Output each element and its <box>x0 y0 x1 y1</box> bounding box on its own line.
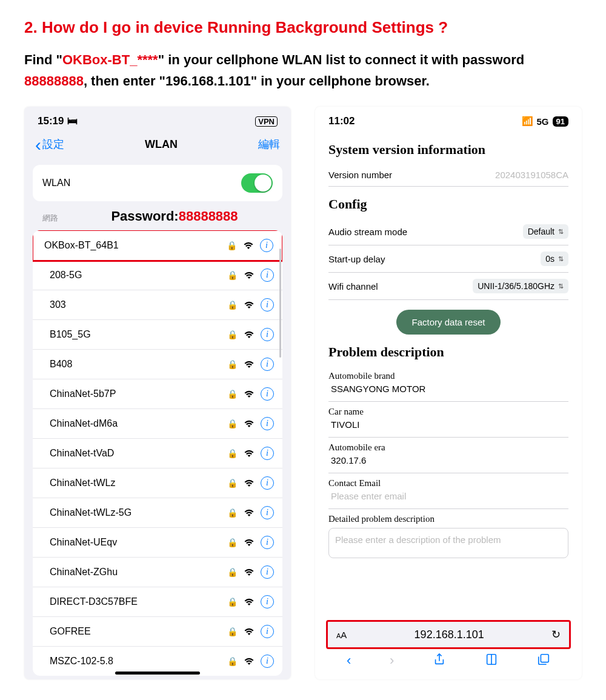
wifi-icon <box>244 449 255 458</box>
lock-icon: 🔒 <box>227 389 238 399</box>
lock-icon: 🔒 <box>227 656 238 666</box>
info-icon[interactable]: i <box>261 268 274 282</box>
info-icon[interactable]: i <box>261 417 274 430</box>
home-indicator[interactable] <box>115 672 200 675</box>
network-type: 5G <box>537 116 549 127</box>
wifi-row[interactable]: B408🔒i <box>33 350 282 379</box>
wifi-row[interactable]: ChinaNet-tWLz🔒i <box>33 468 282 498</box>
wifi-icon <box>244 657 255 665</box>
wifi-list: OKBox-BT_64B1 🔒 i 208-5G🔒i 303🔒i B105_5G… <box>33 230 282 676</box>
lock-icon: 🔒 <box>227 597 238 607</box>
audio-mode-select[interactable]: Default <box>523 224 568 239</box>
info-icon[interactable]: i <box>261 328 274 341</box>
scrollbar[interactable] <box>279 248 281 358</box>
info-icon[interactable]: i <box>261 625 274 638</box>
wifi-row[interactable]: ChinaNet-5b7P🔒i <box>33 379 282 409</box>
car-name-value[interactable]: TIVOLI <box>328 419 568 430</box>
instruction-text: Find "OKBox-BT_****" in your cellphone W… <box>24 49 582 92</box>
wifi-row[interactable]: ChinaNet-tVaD🔒i <box>33 439 282 468</box>
wifi-name: DIRECT-D3C57BFE <box>50 596 227 607</box>
lock-icon: 🔒 <box>227 270 238 280</box>
lock-icon: 🔒 <box>227 330 238 339</box>
wifi-name: B105_5G <box>50 329 227 340</box>
nav-forward-icon[interactable]: › <box>390 653 394 668</box>
svg-rect-0 <box>541 655 548 662</box>
wifi-name: ChinaNet-ZGhu <box>50 567 227 578</box>
info-icon[interactable]: i <box>261 447 274 460</box>
wlan-label: WLAN <box>42 178 70 188</box>
wifi-name: 303 <box>50 299 227 310</box>
info-icon[interactable]: i <box>261 655 274 668</box>
lock-icon: 🔒 <box>227 359 238 369</box>
lock-icon: 🔒 <box>227 627 238 636</box>
url-text[interactable]: 192.168.1.101 <box>347 628 551 641</box>
browser-address-bar[interactable]: A 192.168.1.101 ↻ <box>326 620 571 649</box>
wifi-name: ChinaNet-tWLz-5G <box>50 507 227 518</box>
wifi-name: ChinaNet-tWLz <box>50 478 227 488</box>
wifi-row[interactable]: DIRECT-D3C57BFE🔒i <box>33 587 282 617</box>
lock-icon: 🔒 <box>227 241 237 250</box>
info-icon[interactable]: i <box>261 387 274 401</box>
wlan-switch[interactable] <box>241 173 273 193</box>
version-label: Version number <box>328 170 392 180</box>
wifi-icon <box>243 241 254 250</box>
info-icon[interactable]: i <box>261 565 274 579</box>
vpn-badge: VPN <box>255 116 278 127</box>
info-icon[interactable]: i <box>260 239 273 252</box>
wifi-row[interactable]: ChinaNet-tWLz-5G🔒i <box>33 498 282 528</box>
wifi-name: 208-5G <box>50 270 227 281</box>
text-size-icon[interactable]: A <box>336 630 347 640</box>
wifi-icon <box>244 508 255 517</box>
brand-value[interactable]: SSANGYONG MOTOR <box>328 384 568 394</box>
reload-icon[interactable]: ↻ <box>551 628 561 641</box>
wifi-row[interactable]: B105_5G🔒i <box>33 320 282 350</box>
system-info-heading: System version information <box>328 142 568 158</box>
info-icon[interactable]: i <box>261 476 274 490</box>
info-icon[interactable]: i <box>261 506 274 519</box>
info-icon[interactable]: i <box>261 358 274 371</box>
description-textarea[interactable]: Please enter a description of the proble… <box>328 528 568 558</box>
wifi-name: ChinaNet-tVaD <box>50 448 227 459</box>
version-value: 202403191058CA <box>495 170 568 180</box>
status-time: 15:19 <box>38 115 64 127</box>
wifi-channel-select[interactable]: UNII-1/36/5.180GHz <box>473 279 568 293</box>
wifi-name: MSZC-102-5.8 <box>50 656 227 667</box>
lock-icon: 🔒 <box>227 448 238 458</box>
startup-delay-select[interactable]: 0s <box>541 252 568 266</box>
wlan-screenshot: 15:19 🛏 VPN 設定 WLAN 編輯 WLAN 網路 Password:… <box>24 107 291 679</box>
wifi-name: ChinaNet-UEqv <box>50 537 227 548</box>
era-label: Automobile era <box>328 442 568 453</box>
section-heading: 2. How do I go in device Running Backgro… <box>24 18 582 37</box>
wifi-icon <box>244 627 255 636</box>
wifi-row[interactable]: ChinaNet-UEqv🔒i <box>33 528 282 558</box>
info-icon[interactable]: i <box>261 595 274 608</box>
info-icon[interactable]: i <box>261 298 274 312</box>
wifi-row[interactable]: 303🔒i <box>33 290 282 320</box>
car-name-label: Car name <box>328 407 568 417</box>
wifi-channel-label: Wifi channel <box>328 281 378 292</box>
lock-icon: 🔒 <box>227 508 238 518</box>
back-button[interactable]: 設定 <box>35 137 64 152</box>
wifi-icon <box>244 330 255 339</box>
password-callout: Password:88888888 <box>58 206 291 230</box>
page-title: WLAN <box>145 138 178 151</box>
info-icon[interactable]: i <box>261 536 274 549</box>
edit-button[interactable]: 編輯 <box>258 137 280 152</box>
wlan-toggle-row[interactable]: WLAN <box>33 165 282 201</box>
description-label: Detailed problem description <box>328 514 568 524</box>
wifi-row[interactable]: ChinaNet-dM6a🔒i <box>33 409 282 439</box>
wifi-icon <box>244 538 255 547</box>
wifi-name: ChinaNet-5b7P <box>50 388 227 399</box>
email-input[interactable]: Please enter email <box>328 491 568 501</box>
wifi-row[interactable]: GOFREE🔒i <box>33 617 282 647</box>
nav-back-icon[interactable]: ‹ <box>347 653 351 668</box>
tabs-icon[interactable] <box>537 653 550 668</box>
bookmarks-icon[interactable] <box>485 653 498 668</box>
wifi-row[interactable]: OKBox-BT_64B1 🔒 i <box>33 231 282 260</box>
share-icon[interactable] <box>433 653 446 668</box>
era-value[interactable]: 320.17.6 <box>328 455 568 465</box>
wifi-row[interactable]: ChinaNet-ZGhu🔒i <box>33 558 282 587</box>
factory-reset-button[interactable]: Factory data reset <box>396 310 501 335</box>
wifi-row[interactable]: 208-5G🔒i <box>33 261 282 290</box>
wifi-name: OKBox-BT_64B1 <box>44 240 227 251</box>
